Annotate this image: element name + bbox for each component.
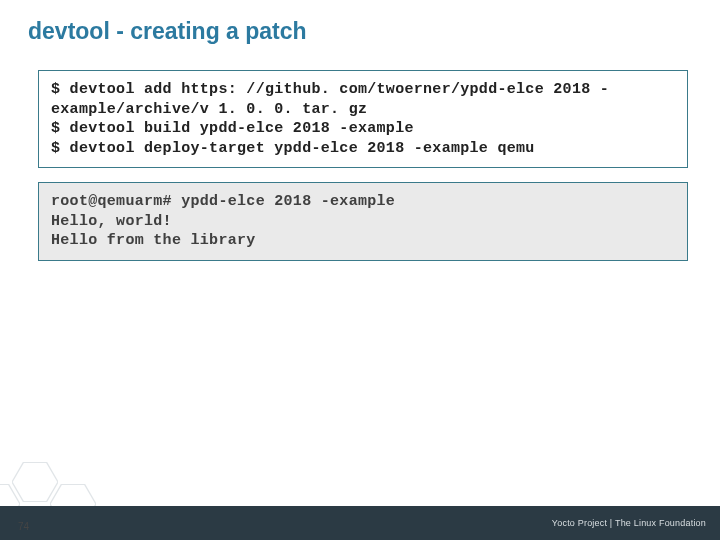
footer-text: Yocto Project | The Linux Foundation	[552, 518, 706, 528]
slide: devtool - creating a patch $ devtool add…	[0, 0, 720, 540]
output-box: root@qemuarm# ypdd-elce 2018 -example He…	[38, 182, 688, 261]
slide-title: devtool - creating a patch	[28, 18, 307, 45]
page-number: 74	[18, 521, 29, 532]
command-line-2: $ devtool build ypdd-elce 2018 -example	[51, 119, 675, 139]
footer-bar: Yocto Project | The Linux Foundation	[0, 506, 720, 540]
output-line-1: root@qemuarm# ypdd-elce 2018 -example	[51, 192, 675, 212]
output-line-2: Hello, world!	[51, 212, 675, 232]
command-line-3: $ devtool deploy-target ypdd-elce 2018 -…	[51, 139, 675, 159]
command-line-1: $ devtool add https: //github. com/twoer…	[51, 80, 675, 119]
command-box: $ devtool add https: //github. com/twoer…	[38, 70, 688, 168]
output-line-3: Hello from the library	[51, 231, 675, 251]
